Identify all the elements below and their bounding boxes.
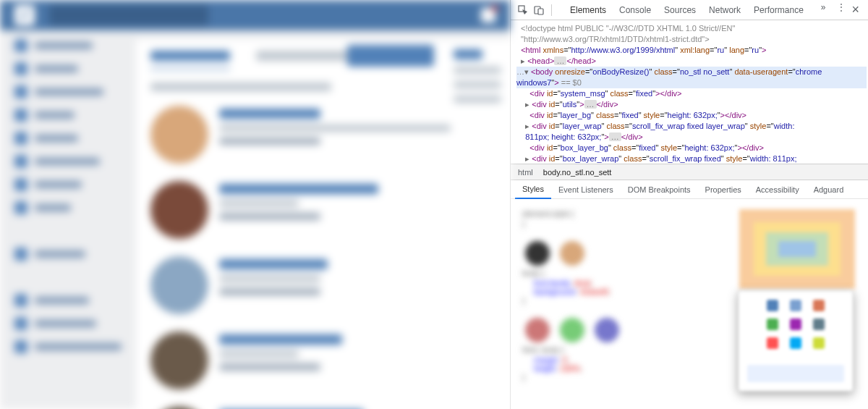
avatar[interactable] [150, 181, 208, 239]
sidebar-filters [445, 41, 510, 111]
inspect-icon[interactable] [516, 4, 529, 17]
vk-logo-icon: ✔ [14, 5, 35, 25]
nav-item[interactable] [14, 132, 123, 145]
tab-all-friends[interactable] [150, 51, 230, 61]
friend-row[interactable] [150, 332, 495, 389]
color-swatch[interactable] [790, 319, 801, 330]
vk-header: ✔ [0, 0, 510, 30]
breadcrumb-item[interactable]: html [518, 168, 533, 177]
color-swatch[interactable] [790, 337, 801, 349]
styles-tab-event-listeners[interactable]: Event Listeners [551, 180, 621, 199]
nav-item[interactable] [14, 294, 123, 307]
svg-rect-2 [538, 9, 543, 14]
breadcrumb[interactable]: htmlbody.no_stl.no_sett [511, 164, 868, 180]
color-picker-popup[interactable] [738, 290, 854, 392]
devtools-panel: ElementsConsoleSourcesNetworkPerformance… [510, 0, 868, 409]
device-toggle-icon[interactable] [532, 4, 545, 17]
dom-tree[interactable]: <!doctype html PUBLIC "-//W3C//DTD XHTML… [511, 20, 868, 164]
avatar[interactable] [150, 106, 208, 164]
friend-row[interactable] [150, 256, 495, 314]
color-swatch[interactable] [813, 337, 825, 349]
color-swatch[interactable] [767, 319, 778, 330]
styles-tab-dom-breakpoints[interactable]: DOM Breakpoints [621, 180, 698, 199]
friend-row[interactable] [150, 106, 495, 164]
nav-item[interactable] [14, 340, 123, 353]
background-app-blurred: ✔ [0, 0, 510, 409]
nav-item[interactable] [14, 109, 123, 122]
color-swatch[interactable] [767, 337, 778, 349]
devtools-tab-network[interactable]: Network [702, 0, 747, 20]
nav-item[interactable] [14, 201, 123, 214]
box-model-diagram [739, 209, 855, 289]
color-swatch[interactable] [813, 319, 825, 330]
friend-row[interactable] [150, 181, 495, 239]
color-swatch[interactable] [813, 300, 825, 311]
search-input[interactable] [49, 5, 208, 25]
color-swatch[interactable] [790, 300, 801, 311]
tab-online[interactable] [256, 51, 350, 61]
devtools-tab-elements[interactable]: Elements [563, 0, 613, 20]
devtools-toolbar: ElementsConsoleSourcesNetworkPerformance… [511, 0, 868, 20]
nav-item[interactable] [14, 248, 123, 261]
devtools-tab-console[interactable]: Console [613, 0, 658, 20]
tabs-overflow-icon[interactable]: » [821, 2, 826, 17]
colorpicker-action-button[interactable] [747, 365, 844, 382]
nav-item[interactable] [14, 317, 123, 330]
devtools-tab-performance[interactable]: Performance [747, 0, 810, 20]
styles-tab-properties[interactable]: Properties [698, 180, 749, 199]
kebab-menu-icon[interactable]: ⋮ [837, 2, 846, 17]
avatar[interactable] [150, 256, 208, 314]
find-friends-button[interactable] [347, 45, 434, 67]
styles-tab-adguard[interactable]: Adguard [807, 180, 851, 199]
nav-item[interactable] [14, 85, 123, 98]
close-devtools-button[interactable]: × [848, 2, 862, 17]
nav-item[interactable] [14, 178, 123, 191]
color-swatch[interactable] [767, 300, 778, 311]
breadcrumb-item[interactable]: body.no_stl.no_sett [543, 168, 612, 177]
nav-item[interactable] [14, 62, 123, 75]
notification-icon[interactable] [481, 8, 495, 22]
devtools-tab-sources[interactable]: Sources [658, 0, 702, 20]
styles-tab-styles[interactable]: Styles [515, 180, 551, 199]
search-hint [150, 83, 331, 91]
left-nav [14, 39, 123, 409]
nav-item[interactable] [14, 39, 123, 52]
avatar[interactable] [150, 332, 208, 389]
nav-item[interactable] [14, 155, 123, 168]
styles-tabs: StylesEvent ListenersDOM BreakpointsProp… [511, 180, 868, 199]
styles-tab-accessibility[interactable]: Accessibility [749, 180, 807, 199]
